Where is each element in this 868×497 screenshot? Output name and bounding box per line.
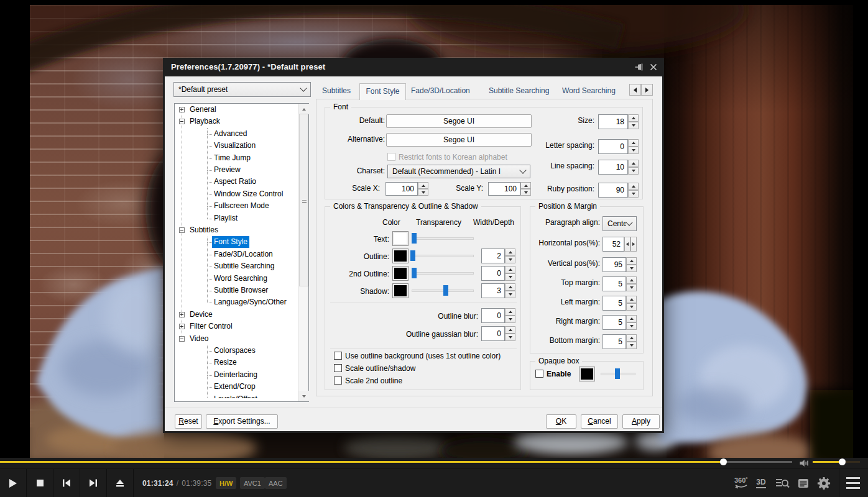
current-time: 01:31:24 xyxy=(142,479,173,488)
tree-item-aspect-ratio[interactable]: Aspect Ratio xyxy=(212,176,258,188)
volume-bar[interactable] xyxy=(813,458,860,468)
apply-button[interactable]: Apply xyxy=(622,414,660,429)
scrollbar-thumb[interactable] xyxy=(299,114,308,286)
tab-subtitles[interactable]: Subtitles xyxy=(322,83,351,99)
tree-scrollbar[interactable] xyxy=(298,104,308,401)
player-controlbar: 01:31:24 / 01:39:35 H/W AVC1 AAC 360˚ 3D xyxy=(0,458,868,497)
scrollbar-grip xyxy=(302,200,307,203)
tab-pane xyxy=(316,99,653,396)
settings-tree[interactable]: General Playback Advanced Visualization … xyxy=(174,103,309,402)
play-button[interactable] xyxy=(0,469,27,497)
subtitle-panel-button[interactable] xyxy=(795,469,811,497)
reset-button[interactable]: Reset xyxy=(175,414,202,429)
scroll-up-button[interactable] xyxy=(298,104,309,114)
tree-item-window-size-control[interactable]: Window Size Control xyxy=(212,188,285,200)
tree-item-advanced[interactable]: Advanced xyxy=(212,128,249,140)
tree-item-word-searching[interactable]: Word Searching xyxy=(212,273,269,285)
video-360-button[interactable]: 360˚ xyxy=(731,469,751,497)
tree-connector-stub xyxy=(207,242,212,243)
tab-scroll-left-button[interactable] xyxy=(629,84,641,96)
dialog-title: Preferences(1.7.20977) - *Default preset xyxy=(171,62,325,71)
scroll-down-button[interactable] xyxy=(298,391,309,401)
tree-item-visualization[interactable]: Visualization xyxy=(212,140,257,152)
next-button[interactable] xyxy=(80,469,107,497)
video-3d-icon: 3D xyxy=(756,478,765,488)
tree-expand-icon[interactable] xyxy=(179,324,185,329)
seek-progress xyxy=(0,461,723,463)
tree-item-resize[interactable]: Resize xyxy=(212,357,239,368)
tree-item-font-style[interactable]: Font Style xyxy=(212,236,249,248)
tree-connector-stub xyxy=(207,182,212,183)
tree-connector-stub xyxy=(207,158,212,159)
tree-item-preview[interactable]: Preview xyxy=(212,164,242,176)
stop-icon xyxy=(37,480,44,486)
tree-item-deinterlacing[interactable]: Deinterlacing xyxy=(212,369,259,381)
tree-connector xyxy=(207,128,208,219)
tab-subtitle-searching[interactable]: Subtitle Searching xyxy=(489,83,549,99)
tree-collapse-icon[interactable] xyxy=(179,227,185,233)
volume-icon[interactable] xyxy=(798,458,811,468)
tree-item-playback[interactable]: Playback xyxy=(188,116,222,127)
video-codec-badge: AVC1 xyxy=(240,477,265,489)
playlist-search-button[interactable] xyxy=(773,469,792,497)
tree-expand-icon[interactable] xyxy=(179,107,185,112)
volume-knob[interactable] xyxy=(839,458,846,465)
tree-connector-stub xyxy=(207,387,212,388)
tree-items: General Playback Advanced Visualization … xyxy=(175,104,298,398)
tree-item-subtitles[interactable]: Subtitles xyxy=(188,224,220,236)
chevron-down-icon xyxy=(300,84,307,91)
tab-font-style[interactable]: Font Style xyxy=(359,83,406,100)
play-icon xyxy=(9,479,17,488)
tree-connector-stub xyxy=(207,363,212,363)
menu-icon xyxy=(846,487,860,489)
tree-expand-icon[interactable] xyxy=(179,312,185,317)
playlist-search-icon xyxy=(775,477,790,490)
settings-button[interactable] xyxy=(815,469,833,497)
preset-value: *Default preset xyxy=(178,83,228,96)
tree-collapse-icon[interactable] xyxy=(179,119,185,124)
ok-button[interactable]: OK xyxy=(546,414,576,429)
preset-combobox[interactable]: *Default preset xyxy=(173,82,311,97)
tree-item-subtitle-browser[interactable]: Subtitle Browser xyxy=(212,285,270,296)
tree-item-language-sync-other[interactable]: Language/Sync/Other xyxy=(212,296,289,308)
tab-fade-3d-location[interactable]: Fade/3D/Location xyxy=(411,83,470,99)
tab-word-searching[interactable]: Word Searching xyxy=(562,83,616,99)
tree-item-device[interactable]: Device xyxy=(188,309,215,321)
export-settings-button[interactable]: Export Settings... xyxy=(206,414,278,429)
tree-item-levels-offset[interactable]: Levels/Offset xyxy=(212,393,259,398)
arrow-left-icon xyxy=(634,88,637,93)
tree-item-time-jump[interactable]: Time Jump xyxy=(212,152,252,164)
seek-knob[interactable] xyxy=(720,458,727,465)
tree-item-playlist[interactable]: Playlist xyxy=(212,212,239,224)
tab-scroll-right-button[interactable] xyxy=(641,84,653,96)
pin-icon[interactable] xyxy=(634,62,644,72)
tree-connector-stub xyxy=(207,206,212,207)
tree-collapse-icon[interactable] xyxy=(179,336,185,342)
arrow-up-icon xyxy=(302,108,306,111)
menu-button[interactable] xyxy=(844,469,862,497)
seek-bar[interactable] xyxy=(0,458,792,468)
tree-connector-stub xyxy=(207,134,212,135)
eject-button[interactable] xyxy=(107,469,134,497)
dialog-titlebar[interactable]: Preferences(1.7.20977) - *Default preset xyxy=(163,58,664,76)
tree-item-extend-crop[interactable]: Extend/Crop xyxy=(212,381,257,393)
close-icon[interactable] xyxy=(649,62,658,72)
video-3d-button[interactable]: 3D xyxy=(752,469,770,497)
tree-item-subtitle-searching[interactable]: Subtitle Searching xyxy=(212,260,276,272)
screen: Preferences(1.7.20977) - *Default preset… xyxy=(0,0,868,497)
tree-item-filter-control[interactable]: Filter Control xyxy=(188,321,234,332)
previous-button[interactable] xyxy=(53,469,80,497)
tree-item-colorspaces[interactable]: Colorspaces xyxy=(212,345,257,357)
arrow-right-icon xyxy=(645,88,649,93)
eject-icon xyxy=(116,479,124,487)
tree-connector xyxy=(207,237,208,303)
tree-item-video[interactable]: Video xyxy=(188,333,210,345)
seek-row xyxy=(0,458,868,468)
tree-connector-stub xyxy=(207,279,212,280)
stop-button[interactable] xyxy=(27,469,53,497)
cancel-button[interactable]: Cancel xyxy=(581,414,618,429)
tree-item-fade-3d-location[interactable]: Fade/3D/Location xyxy=(212,248,275,260)
tree-item-fullscreen-mode[interactable]: Fullscreen Mode xyxy=(212,200,271,212)
total-time: 01:39:35 xyxy=(182,479,211,488)
tree-item-general[interactable]: General xyxy=(188,104,218,116)
